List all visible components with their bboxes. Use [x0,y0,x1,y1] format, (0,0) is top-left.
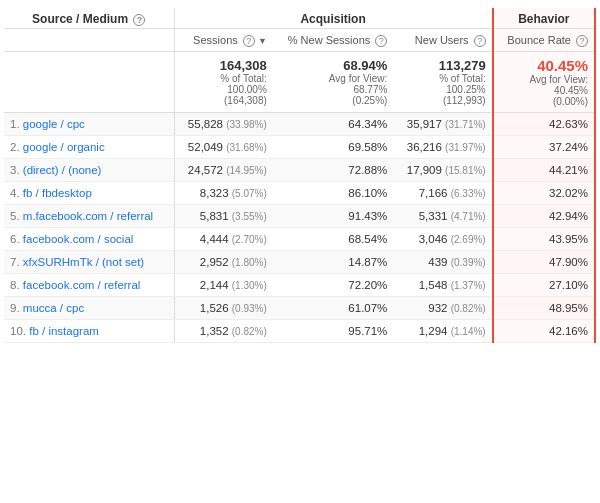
row-source-cell: 3. (direct) / (none) [4,159,174,182]
row-pct-new-cell: 95.71% [273,320,394,343]
row-bounce-rate-cell: 42.16% [493,320,595,343]
column-header-row: Sessions ? ▼ % New Sessions ? New Users … [4,29,595,52]
row-new-users-cell: 932 (0.82%) [393,297,492,320]
row-sessions-cell: 2,952 (1.80%) [174,251,273,274]
row-bounce-rate-cell: 42.63% [493,113,595,136]
source-link[interactable]: xfxSURHmTk / (not set) [23,256,144,268]
row-pct-new-cell: 64.34% [273,113,394,136]
new-users-help-icon[interactable]: ? [474,35,486,47]
row-bounce-rate-cell: 44.21% [493,159,595,182]
source-link[interactable]: facebook.com / social [23,233,134,245]
row-pct-new-cell: 69.58% [273,136,394,159]
row-number: 3. [10,164,20,176]
row-number: 8. [10,279,20,291]
table-row: 5. m.facebook.com / referral 5,831 (3.55… [4,205,595,228]
behavior-group-header: Behavior [493,8,595,29]
pct-new-sessions-header: % New Sessions ? [273,29,394,52]
row-sessions-cell: 24,572 (14.95%) [174,159,273,182]
table-row: 10. fb / instagram 1,352 (0.82%) 95.71% … [4,320,595,343]
row-bounce-rate-cell: 27.10% [493,274,595,297]
row-bounce-rate-cell: 37.24% [493,136,595,159]
row-pct-new-cell: 61.07% [273,297,394,320]
row-source-cell: 2. google / organic [4,136,174,159]
row-new-users-cell: 3,046 (2.69%) [393,228,492,251]
row-number: 9. [10,302,20,314]
row-number: 6. [10,233,20,245]
source-link[interactable]: google / organic [23,141,105,153]
acquisition-group-header: Acquisition [174,8,493,29]
row-source-cell: 8. facebook.com / referral [4,274,174,297]
row-pct-new-cell: 72.20% [273,274,394,297]
source-link[interactable]: m.facebook.com / referral [23,210,153,222]
row-bounce-rate-cell: 43.95% [493,228,595,251]
source-link[interactable]: (direct) / (none) [23,164,102,176]
row-bounce-rate-cell: 32.02% [493,182,595,205]
column-group-header-row: Source / Medium ? Acquisition Behavior [4,8,595,29]
summary-row: 164,308 % of Total: 100.00% (164,308) 68… [4,52,595,113]
source-medium-header: Source / Medium ? [4,8,174,29]
sessions-header: Sessions ? ▼ [174,29,273,52]
row-new-users-cell: 1,548 (1.37%) [393,274,492,297]
row-bounce-rate-cell: 42.94% [493,205,595,228]
summary-source-cell [4,52,174,113]
source-link[interactable]: mucca / cpc [23,302,84,314]
row-pct-new-cell: 72.88% [273,159,394,182]
row-source-cell: 6. facebook.com / social [4,228,174,251]
row-number: 10. [10,325,26,337]
row-bounce-rate-cell: 48.95% [493,297,595,320]
row-number: 2. [10,141,20,153]
table-row: 9. mucca / cpc 1,526 (0.93%) 61.07% 932 … [4,297,595,320]
source-medium-help-icon[interactable]: ? [133,14,145,26]
source-link[interactable]: google / cpc [23,118,85,130]
table-row: 4. fb / fbdesktop 8,323 (5.07%) 86.10% 7… [4,182,595,205]
row-number: 5. [10,210,20,222]
row-source-cell: 9. mucca / cpc [4,297,174,320]
table-row: 3. (direct) / (none) 24,572 (14.95%) 72.… [4,159,595,182]
row-sessions-cell: 55,828 (33.98%) [174,113,273,136]
bounce-rate-help-icon[interactable]: ? [576,35,588,47]
row-new-users-cell: 439 (0.39%) [393,251,492,274]
row-source-cell: 5. m.facebook.com / referral [4,205,174,228]
row-source-cell: 10. fb / instagram [4,320,174,343]
row-sessions-cell: 1,526 (0.93%) [174,297,273,320]
source-link[interactable]: fb / instagram [29,325,99,337]
row-sessions-cell: 52,049 (31.68%) [174,136,273,159]
row-sessions-cell: 4,444 (2.70%) [174,228,273,251]
row-bounce-rate-cell: 47.90% [493,251,595,274]
row-new-users-cell: 5,331 (4.71%) [393,205,492,228]
table-row: 7. xfxSURHmTk / (not set) 2,952 (1.80%) … [4,251,595,274]
bounce-rate-header: Bounce Rate ? [493,29,595,52]
row-sessions-cell: 5,831 (3.55%) [174,205,273,228]
analytics-table-container: Source / Medium ? Acquisition Behavior S… [0,0,600,351]
row-new-users-cell: 36,216 (31.97%) [393,136,492,159]
row-sessions-cell: 1,352 (0.82%) [174,320,273,343]
blank-header [4,29,174,52]
row-new-users-cell: 35,917 (31.71%) [393,113,492,136]
row-pct-new-cell: 91.43% [273,205,394,228]
summary-sessions-cell: 164,308 % of Total: 100.00% (164,308) [174,52,273,113]
row-pct-new-cell: 68.54% [273,228,394,251]
new-users-header: New Users ? [393,29,492,52]
row-new-users-cell: 1,294 (1.14%) [393,320,492,343]
row-source-cell: 4. fb / fbdesktop [4,182,174,205]
row-number: 7. [10,256,20,268]
table-row: 2. google / organic 52,049 (31.68%) 69.5… [4,136,595,159]
row-number: 1. [10,118,20,130]
source-link[interactable]: facebook.com / referral [23,279,141,291]
row-number: 4. [10,187,20,199]
source-link[interactable]: fb / fbdesktop [23,187,92,199]
row-source-cell: 1. google / cpc [4,113,174,136]
sessions-sort-icon[interactable]: ▼ [258,36,267,46]
pct-new-sessions-help-icon[interactable]: ? [375,35,387,47]
row-sessions-cell: 8,323 (5.07%) [174,182,273,205]
table-row: 1. google / cpc 55,828 (33.98%) 64.34% 3… [4,113,595,136]
row-pct-new-cell: 86.10% [273,182,394,205]
summary-pct-new-cell: 68.94% Avg for View: 68.77% (0.25%) [273,52,394,113]
row-new-users-cell: 7,166 (6.33%) [393,182,492,205]
sessions-help-icon[interactable]: ? [243,35,255,47]
summary-bounce-rate-cell: 40.45% Avg for View: 40.45% (0.00%) [493,52,595,113]
summary-new-users-cell: 113,279 % of Total: 100.25% (112,993) [393,52,492,113]
row-source-cell: 7. xfxSURHmTk / (not set) [4,251,174,274]
table-row: 8. facebook.com / referral 2,144 (1.30%)… [4,274,595,297]
table-row: 6. facebook.com / social 4,444 (2.70%) 6… [4,228,595,251]
